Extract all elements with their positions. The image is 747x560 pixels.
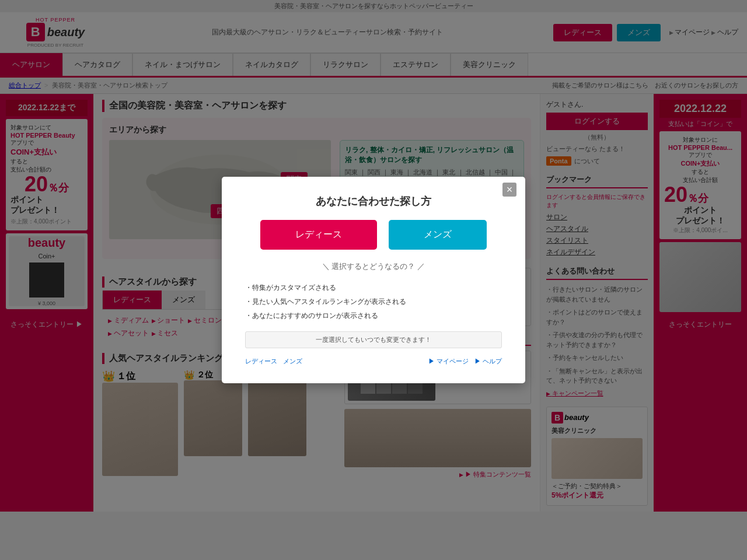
- modal-footer-genders: レディース メンズ: [245, 357, 302, 366]
- modal-title: あなたに合わせた探し方: [245, 194, 502, 208]
- modal-ladies-button[interactable]: レディース: [260, 220, 377, 250]
- modal-close-button[interactable]: ×: [502, 183, 516, 197]
- modal-footer-mypage[interactable]: ▶ マイページ: [428, 357, 469, 366]
- modal-benefit-2: 見たい人気ヘアスタイルランキングが表示される: [245, 295, 502, 309]
- modal-footer-links-right: ▶ マイページ ▶ ヘルプ: [428, 357, 502, 366]
- modal-mens-button[interactable]: メンズ: [389, 220, 487, 250]
- modal-footer-help[interactable]: ▶ ヘルプ: [474, 357, 502, 366]
- modal-footer-ladies[interactable]: レディース: [245, 357, 277, 366]
- modal-dialog: × あなたに合わせた探し方 レディース メンズ ＼ 選択するとどうなるの？ ／ …: [222, 177, 525, 383]
- modal-select-question: ＼ 選択するとどうなるの？ ／: [245, 261, 502, 272]
- modal-overlay[interactable]: × あなたに合わせた探し方 レディース メンズ ＼ 選択するとどうなるの？ ／ …: [0, 0, 747, 512]
- modal-benefits: 特集がカスタマイズされる 見たい人気ヘアスタイルランキングが表示される あなたに…: [245, 281, 502, 323]
- modal-footer: レディース メンズ ▶ マイページ ▶ ヘルプ: [245, 357, 502, 366]
- modal-benefit-3: あなたにおすすめのサロンが表示される: [245, 309, 502, 323]
- modal-footer-mens[interactable]: メンズ: [283, 357, 302, 366]
- modal-gender-buttons: レディース メンズ: [245, 220, 502, 250]
- modal-info-bar: 一度選択してもいつでも変更できます！: [245, 331, 502, 348]
- modal-benefit-1: 特集がカスタマイズされる: [245, 281, 502, 295]
